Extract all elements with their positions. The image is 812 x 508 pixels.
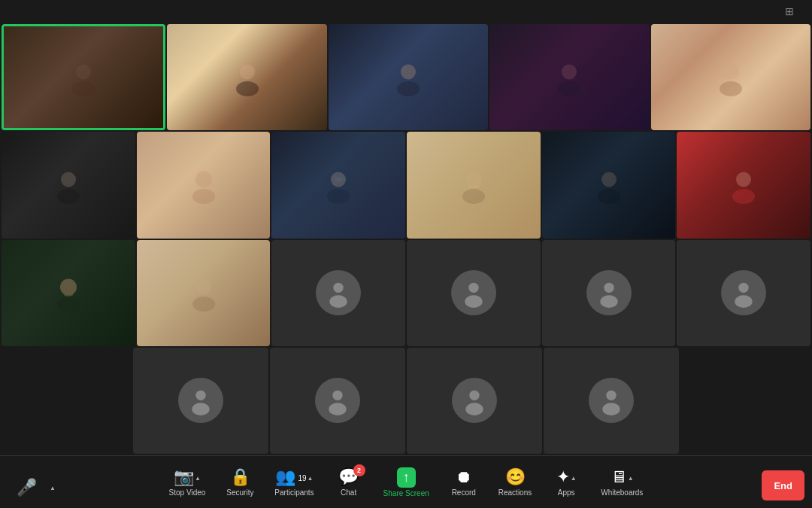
video-cell-11[interactable]	[677, 132, 810, 238]
svg-point-0	[76, 64, 91, 79]
video-cell-5[interactable]	[651, 24, 810, 130]
svg-point-39	[469, 391, 479, 400]
toolbar: 🎤 ▲ 📷 ▲ Stop Video 🔒 Security 👥 19 ▲ Par…	[0, 455, 812, 508]
chat-label: Chat	[341, 488, 356, 497]
svg-point-5	[397, 81, 420, 96]
svg-point-25	[196, 280, 211, 295]
participants-label: Participants	[274, 488, 314, 497]
svg-point-42	[602, 403, 620, 416]
video-cell-6[interactable]	[2, 132, 135, 238]
video-cell-10[interactable]	[542, 132, 676, 238]
participants-caret[interactable]: ▲	[308, 475, 314, 482]
svg-point-20	[598, 189, 620, 204]
svg-point-17	[465, 171, 482, 187]
video-row-3	[2, 240, 810, 346]
video-cell-16[interactable]	[542, 240, 676, 346]
security-button[interactable]: 🔒 Security	[217, 461, 262, 503]
svg-point-3	[236, 81, 259, 96]
svg-point-30	[465, 295, 482, 308]
mute-button[interactable]: 🎤	[8, 478, 45, 497]
svg-point-18	[462, 189, 485, 204]
video-cell-3[interactable]	[329, 24, 488, 130]
participants-icon: 👥	[275, 467, 295, 487]
video-cell-15[interactable]	[407, 240, 541, 346]
video-cell-1[interactable]	[2, 24, 165, 130]
video-cell-8[interactable]	[271, 132, 405, 238]
svg-point-21	[736, 172, 751, 187]
svg-point-24	[57, 297, 80, 312]
apps-caret[interactable]: ▲	[571, 475, 577, 482]
svg-point-15	[327, 189, 350, 204]
mic-icon: 🎤	[17, 478, 37, 497]
svg-point-7	[558, 81, 580, 96]
video-caret[interactable]: ▲	[195, 475, 201, 482]
apps-label: Apps	[558, 488, 575, 497]
share-screen-icon: ↑	[397, 467, 416, 488]
video-cell-14[interactable]	[271, 240, 405, 346]
svg-point-34	[735, 295, 753, 308]
chat-badge: 2	[353, 464, 365, 476]
video-cell-18[interactable]	[133, 348, 268, 454]
video-cell-21[interactable]	[544, 348, 679, 454]
end-meeting-button[interactable]: End	[762, 470, 804, 500]
video-cell-9[interactable]	[407, 132, 541, 238]
svg-point-41	[606, 391, 616, 400]
video-cell-17[interactable]	[677, 240, 810, 346]
video-cell-2[interactable]	[167, 24, 326, 130]
stop-video-button[interactable]: 📷 ▲ Stop Video	[163, 461, 212, 503]
mute-caret[interactable]: ▲	[50, 485, 56, 491]
grid-icon[interactable]: ⊞	[785, 5, 794, 17]
whiteboards-icon: 🖥	[611, 467, 627, 487]
svg-point-6	[562, 64, 577, 79]
video-cell-20[interactable]	[407, 348, 542, 454]
svg-point-38	[329, 403, 346, 416]
reactions-button[interactable]: 😊 Reactions	[492, 461, 538, 503]
video-cell-7[interactable]	[137, 132, 271, 238]
svg-point-40	[465, 403, 483, 416]
apps-icon: ✦	[556, 467, 570, 487]
svg-point-27	[334, 283, 344, 293]
record-icon: ⏺	[456, 467, 472, 487]
svg-point-1	[72, 81, 95, 96]
video-cell-12[interactable]	[2, 240, 135, 346]
chat-button[interactable]: 💬 Chat 2	[326, 461, 371, 503]
svg-point-12	[195, 171, 212, 187]
whiteboards-button[interactable]: 🖥 ▲ Whiteboards	[595, 461, 649, 503]
svg-point-35	[195, 391, 205, 400]
participants-count: 19	[298, 474, 306, 482]
share-screen-button[interactable]: ↑ Share Screen	[377, 461, 435, 503]
avatar-placeholder	[451, 270, 496, 315]
reactions-label: Reactions	[498, 488, 532, 497]
top-bar: ⊞	[767, 0, 812, 23]
svg-point-13	[192, 189, 215, 204]
svg-rect-16	[335, 178, 342, 181]
svg-point-28	[330, 295, 347, 308]
participants-button[interactable]: 👥 19 ▲ Participants	[268, 461, 320, 503]
video-row-1	[2, 24, 810, 130]
svg-point-37	[332, 391, 342, 400]
svg-point-8	[723, 63, 739, 80]
svg-point-23	[60, 279, 77, 296]
apps-button[interactable]: ✦ ▲ Apps	[544, 461, 589, 503]
video-cell-19[interactable]	[270, 348, 405, 454]
stop-video-label: Stop Video	[169, 488, 206, 497]
video-cell-13[interactable]	[137, 240, 271, 346]
svg-point-10	[61, 172, 76, 187]
bottom-left-controls: 🎤 ▲	[8, 478, 56, 497]
svg-point-9	[720, 81, 742, 96]
reactions-icon: 😊	[505, 467, 526, 487]
avatar-placeholder	[586, 270, 632, 315]
svg-point-22	[732, 189, 755, 204]
record-label: Record	[452, 488, 476, 497]
svg-point-29	[468, 283, 478, 293]
svg-point-32	[600, 295, 617, 308]
security-icon: 🔒	[230, 467, 250, 487]
security-label: Security	[226, 488, 253, 497]
video-icon: 📷	[174, 467, 194, 487]
video-area	[0, 23, 812, 455]
whiteboards-caret[interactable]: ▲	[628, 475, 634, 482]
avatar-placeholder	[315, 378, 360, 423]
video-cell-4[interactable]	[489, 24, 649, 130]
record-button[interactable]: ⏺ Record	[441, 461, 486, 503]
svg-point-31	[604, 283, 614, 293]
